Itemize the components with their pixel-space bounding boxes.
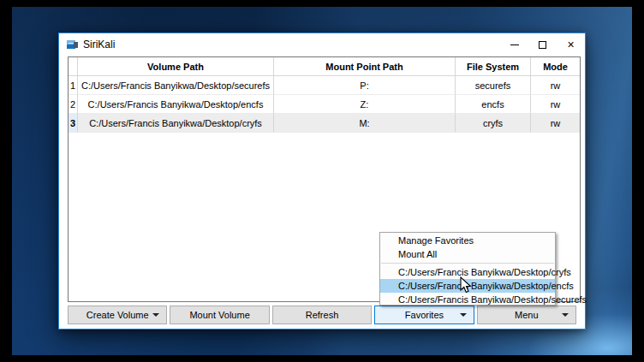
table-row[interactable]: 2 C:/Users/Francis Banyikwa/Desktop/encf… [69, 95, 580, 114]
mount-volume-button[interactable]: Mount Volume [170, 306, 269, 324]
titlebar[interactable]: SiriKali × [59, 33, 585, 56]
create-volume-button[interactable]: Create Volume [68, 306, 167, 324]
refresh-label: Refresh [306, 310, 339, 320]
table-header-row: Volume Path Mount Point Path File System… [69, 57, 580, 76]
chevron-down-icon [460, 313, 467, 317]
menu-item-manage-favorites[interactable]: Manage Favorites [380, 234, 555, 247]
header-row-number [69, 57, 78, 76]
favorites-button[interactable]: Favorites [374, 306, 474, 324]
mouse-cursor-icon [460, 276, 474, 299]
mount-volume-label: Mount Volume [189, 310, 249, 320]
menu-separator [381, 263, 554, 264]
cell-mode[interactable]: rw [531, 114, 580, 133]
minimize-icon[interactable] [500, 33, 528, 56]
menu-button[interactable]: Menu [477, 306, 576, 324]
menu-label: Menu [515, 310, 539, 320]
chevron-down-icon [562, 313, 569, 317]
menu-item-mount-all[interactable]: Mount All [380, 247, 555, 261]
sirikali-app-icon [67, 39, 78, 50]
cell-file-system[interactable]: cryfs [456, 114, 531, 133]
header-mode[interactable]: Mode [531, 57, 580, 76]
cell-mode[interactable]: rw [531, 76, 580, 95]
chevron-down-icon [152, 313, 159, 317]
cell-file-system[interactable]: securefs [456, 76, 531, 95]
maximize-icon[interactable] [528, 33, 557, 56]
cell-volume-path[interactable]: C:/Users/Francis Banyikwa/Desktop/secure… [78, 76, 274, 95]
favorites-label: Favorites [405, 310, 444, 320]
row-number: 1 [69, 76, 78, 95]
cell-mount-point[interactable]: P: [274, 76, 456, 95]
cell-file-system[interactable]: encfs [456, 95, 531, 114]
screen: SiriKali × Volume Path Mount Point Path … [0, 0, 644, 362]
cell-mode[interactable]: rw [531, 95, 580, 114]
window-title: SiriKali [83, 39, 115, 50]
cell-volume-path[interactable]: C:/Users/Francis Banyikwa/Desktop/encfs [78, 95, 274, 114]
row-number: 3 [69, 114, 78, 133]
refresh-button[interactable]: Refresh [272, 306, 372, 324]
caption-buttons: × [500, 33, 585, 56]
cell-mount-point[interactable]: Z: [274, 95, 456, 114]
row-number: 2 [69, 95, 78, 114]
bottom-toolbar: Create Volume Mount Volume Refresh Favor… [68, 306, 576, 324]
table-row-selected[interactable]: 3 C:/Users/Francis Banyikwa/Desktop/cryf… [69, 114, 580, 133]
sirikali-window: SiriKali × Volume Path Mount Point Path … [58, 33, 586, 329]
header-mount-point-path[interactable]: Mount Point Path [274, 57, 456, 76]
create-volume-label: Create Volume [86, 310, 149, 320]
header-volume-path[interactable]: Volume Path [78, 57, 274, 76]
cell-volume-path[interactable]: C:/Users/Francis Banyikwa/Desktop/cryfs [78, 114, 274, 133]
header-file-system[interactable]: File System [456, 57, 531, 76]
close-icon[interactable]: × [557, 33, 585, 56]
table-row[interactable]: 1 C:/Users/Francis Banyikwa/Desktop/secu… [69, 76, 580, 95]
cell-mount-point[interactable]: M: [274, 114, 456, 133]
